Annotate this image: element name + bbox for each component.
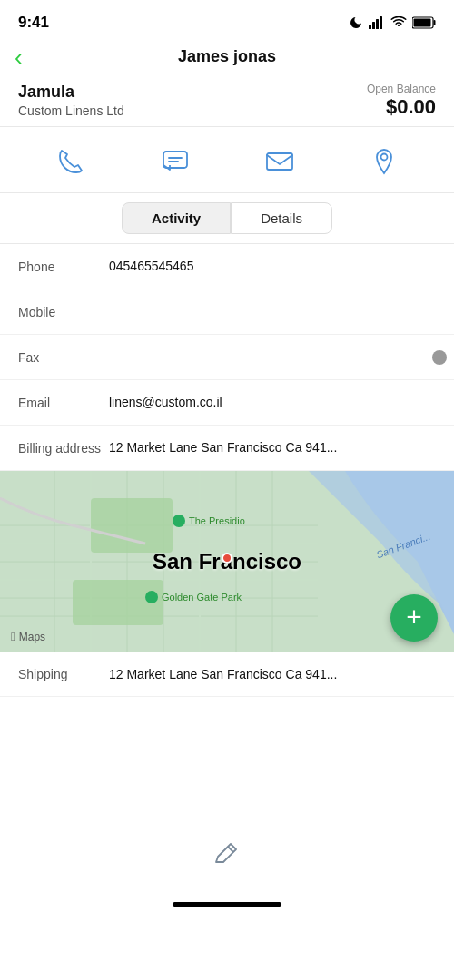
mobile-field-row: Mobile [0, 289, 454, 335]
map-section[interactable]: The Presidio San Francisco Golden Gate P… [0, 471, 454, 652]
svg-rect-5 [434, 20, 436, 25]
svg-rect-10 [267, 153, 292, 170]
tab-details[interactable]: Details [231, 202, 332, 234]
svg-rect-1 [372, 22, 375, 29]
signal-icon [369, 16, 385, 29]
email-icon [263, 145, 296, 178]
balance-label: Open Balance [367, 83, 436, 95]
ggp-dot [145, 591, 158, 603]
phone-field-row: Phone 045465545465 [0, 244, 454, 289]
contact-header: Jamula Custom Linens Ltd Open Balance $0… [0, 74, 454, 127]
svg-rect-26 [91, 498, 173, 553]
svg-point-11 [380, 154, 387, 161]
maps-text: Maps [19, 631, 45, 643]
bottom-bar [0, 806, 454, 895]
details-section: Phone 045465545465 Mobile Fax Email line… [0, 244, 454, 471]
message-icon [159, 145, 192, 178]
phone-action-button[interactable] [40, 142, 102, 181]
presidio-dot [173, 514, 185, 527]
shipping-value: 12 Market Lane San Francisco Ca 941... [109, 667, 337, 681]
billing-address-label: Billing address [18, 440, 109, 456]
email-field-row: Email linens@custom.co.il [0, 380, 454, 426]
tabs-row: Activity Details [0, 193, 454, 244]
status-bar: 9:41 [0, 0, 454, 40]
svg-rect-2 [376, 19, 379, 29]
scroll-handle[interactable] [432, 350, 447, 365]
svg-rect-0 [369, 24, 371, 29]
add-button[interactable]: + [390, 594, 438, 642]
spacer [0, 697, 454, 806]
svg-rect-7 [163, 152, 187, 168]
add-icon: + [406, 603, 422, 631]
ggp-label: Golden Gate Park [145, 591, 242, 603]
billing-address-value: 12 Market Lane San Francisco Ca 941... [109, 440, 436, 455]
shipping-label: Shipping [18, 667, 109, 681]
maps-watermark:  Maps [11, 630, 45, 643]
home-indicator [0, 895, 454, 917]
email-label: Email [18, 395, 109, 410]
email-value: linens@custom.co.il [109, 395, 436, 409]
location-icon [368, 145, 400, 178]
edit-button[interactable] [205, 833, 249, 880]
location-action-button[interactable] [353, 142, 415, 181]
moon-icon [349, 15, 363, 30]
wifi-icon [390, 16, 407, 29]
contact-name: Jamula [18, 83, 124, 102]
status-icons [349, 15, 436, 30]
back-button[interactable]: ‹ [15, 45, 23, 69]
balance-section: Open Balance $0.00 [367, 83, 436, 119]
balance-amount: $0.00 [367, 95, 436, 119]
svg-rect-3 [380, 16, 382, 29]
apple-logo:  [11, 630, 15, 643]
fax-label: Fax [18, 349, 109, 365]
email-action-button[interactable] [249, 142, 311, 181]
svg-rect-6 [414, 19, 431, 27]
contact-info: Jamula Custom Linens Ltd [18, 83, 124, 118]
home-bar [173, 902, 281, 906]
presidio-label: The Presidio [173, 514, 245, 527]
fax-field-row: Fax [0, 335, 454, 380]
action-icons-row [0, 127, 454, 193]
pencil-icon [212, 840, 242, 869]
message-action-button[interactable] [144, 142, 206, 181]
battery-icon [412, 16, 436, 29]
mobile-label: Mobile [18, 304, 109, 319]
nav-header: ‹ James jonas [0, 40, 454, 74]
svg-line-28 [228, 847, 233, 852]
tab-activity[interactable]: Activity [122, 202, 231, 234]
shipping-field-row: Shipping 12 Market Lane San Francisco Ca… [0, 652, 454, 697]
status-time: 9:41 [18, 14, 49, 32]
map-pin [222, 553, 232, 564]
page-title: James jonas [178, 47, 276, 66]
billing-address-field-row: Billing address 12 Market Lane San Franc… [0, 426, 454, 471]
contact-company: Custom Linens Ltd [18, 103, 124, 118]
phone-value: 045465545465 [109, 259, 436, 273]
phone-label: Phone [18, 259, 109, 274]
phone-icon [54, 145, 87, 178]
